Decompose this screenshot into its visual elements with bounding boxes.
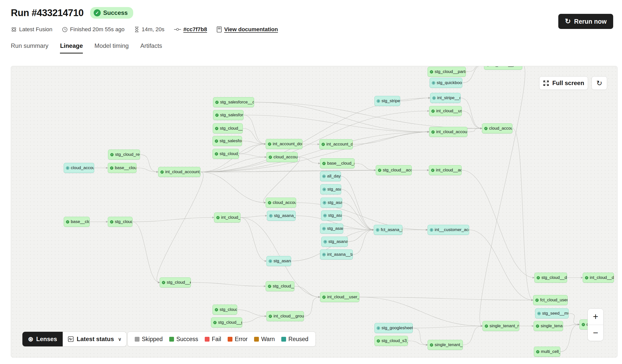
lineage-canvas[interactable]: ✓stg_salesforce__cloud_…✓stg_salesforce_… — [11, 66, 617, 357]
lineage-node[interactable]: int_stripe__custo… — [430, 93, 461, 103]
node-label: int_account_domain… — [273, 141, 302, 147]
lineage-node[interactable]: stg_googlesheets__sin… — [374, 323, 413, 333]
lineage-node[interactable]: stg_quickbooks__a… — [430, 78, 462, 88]
lineage-node[interactable]: ✓int_cloud_account_ma… — [429, 127, 467, 137]
lineage-node[interactable]: cloud_account… — [64, 163, 94, 173]
node-label: single_tenant_mapp… — [490, 323, 519, 329]
view-documentation-link[interactable]: View documentation — [224, 26, 278, 33]
lineage-node[interactable]: ✓single_tenant_mapp… — [482, 321, 519, 331]
legend-item-reused: Reused — [281, 336, 308, 343]
run-lineage-page: Run #433214710 ✓ Success ↻ Rerun now Lat… — [0, 0, 622, 364]
node-label: stg_cloud__group… — [218, 320, 242, 325]
node-label: stg_asana__tas… — [274, 213, 296, 218]
lineage-node[interactable]: ✓multi_cell_m… — [534, 347, 560, 357]
lineage-node[interactable]: ✓cloud_account_… — [266, 198, 296, 208]
lineage-node[interactable]: ✓stg_salesforce… — [213, 136, 242, 146]
success-status-icon: ✓ — [215, 152, 218, 156]
lineage-node[interactable]: ✓stg_cloud_s3_singl… — [374, 336, 408, 346]
lineage-node[interactable]: stg_asana__pr… — [321, 237, 348, 247]
lineage-node[interactable]: ✓int_cloud__user_ac… — [429, 106, 462, 116]
lineage-node[interactable]: ✓base__clou… — [64, 217, 90, 227]
lineage-node[interactable]: ✓base__cloud_… — [108, 163, 136, 173]
success-status-icon: ✓ — [162, 281, 165, 284]
lineage-node[interactable]: ✓int_cloud__partner_con… — [484, 66, 522, 70]
lineage-node[interactable]: ✓stg_cloud_… — [213, 305, 237, 315]
zoom-in-button[interactable]: + — [588, 309, 603, 325]
lineage-node[interactable]: ✓fct_cloud_user_acc… — [533, 295, 568, 305]
lineage-node[interactable]: int_asana__task_s… — [320, 249, 353, 260]
lineage-node[interactable]: ✓stg_cloud__partner_c… — [428, 67, 466, 77]
lineage-node[interactable]: ✓stg_cloud_region… — [108, 150, 140, 160]
lineage-node[interactable]: ✓int_cloud__us… — [214, 212, 240, 223]
lineage-node[interactable]: ✓cloud_account… — [482, 123, 512, 133]
lineage-node[interactable]: ✓stg_cloud_… — [108, 217, 132, 227]
lineage-node[interactable]: all_days — [320, 171, 341, 181]
status-badge: ✓ Success — [90, 7, 133, 19]
documentation-icon — [217, 26, 222, 32]
lineage-node[interactable]: ✓int_cloud__accoun… — [429, 165, 462, 175]
lineage-node[interactable]: ✓stg_cloud__us… — [213, 123, 243, 133]
tab-artifacts[interactable]: Artifacts — [140, 42, 162, 54]
tab-lineage[interactable]: Lineage — [60, 42, 83, 54]
node-label: stg_asana__… — [327, 226, 343, 231]
lineage-node[interactable]: fct_asana_proj… — [374, 225, 402, 235]
tab-model-timing[interactable]: Model timing — [94, 42, 129, 54]
lineage-node[interactable]: ✓int_cloud__devel… — [583, 273, 614, 283]
lineage-node[interactable]: ✓stg_cloud__email… — [160, 277, 191, 287]
reused-status-icon — [376, 228, 379, 232]
lineage-node[interactable]: stg_asana__… — [266, 256, 291, 266]
lineage-node[interactable]: ✓int_cloud__user_group… — [320, 292, 359, 302]
lineage-node[interactable]: stg_asana… — [320, 184, 341, 194]
node-label: stg_asana… — [327, 187, 341, 192]
lineage-node[interactable]: ✓stg_cloud__group… — [211, 317, 242, 327]
rerun-now-button[interactable]: ↻ Rerun now — [558, 14, 613, 29]
lenses-label: Lenses — [36, 336, 57, 343]
node-label: stg_cloud_… — [115, 219, 132, 224]
status-filter-dropdown[interactable]: Latest status ∨ — [63, 332, 127, 346]
node-label: stg_cloud__us… — [273, 284, 294, 289]
lineage-node[interactable]: ✓stg_salesforce__cloud_… — [213, 97, 254, 107]
node-label: stg_cloud_s3_singl… — [382, 338, 408, 343]
reused-status-icon — [430, 228, 433, 232]
legend-swatch — [254, 337, 259, 342]
lineage-node[interactable]: ✓int_cloud_account__m… — [158, 167, 200, 177]
lineage-node[interactable]: ✓int_cloud__group_per… — [266, 311, 304, 321]
lineage-node[interactable]: int__customer_account… — [428, 225, 469, 235]
lineage-node[interactable]: ✓stg_salesforce_… — [213, 110, 244, 120]
tabs: Run summary Lineage Model timing Artifac… — [11, 42, 162, 54]
lineage-node[interactable]: stg_asana__tas… — [267, 211, 296, 221]
lineage-node[interactable]: ✓stg_cloud__… — [213, 149, 239, 159]
success-status-icon: ✓ — [215, 127, 218, 130]
pulse-chart-icon — [68, 336, 74, 342]
node-label: int_cloud__user_ac… — [436, 108, 462, 114]
lineage-node[interactable]: ✓stg_cloud__us… — [266, 281, 294, 291]
zoom-out-button[interactable]: − — [588, 325, 603, 341]
lineage-node[interactable]: stg_asana__… — [320, 224, 343, 234]
lineage-node[interactable]: stg_asana_… — [321, 198, 342, 208]
lineage-node[interactable]: ✓single_tenant_… — [534, 321, 563, 331]
lineage-node[interactable]: ✓cloud_accounts_… — [266, 152, 298, 162]
lineage-node[interactable]: ✓int_account_dom… — [319, 139, 353, 149]
fusion-atom-icon — [11, 26, 17, 32]
expand-icon — [543, 80, 549, 86]
lenses-button[interactable]: ⊛ Lenses — [22, 332, 63, 346]
lineage-node[interactable]: ✓single_tenant_map… — [428, 340, 463, 350]
node-label: fct_asana_proj… — [381, 227, 402, 232]
lineage-node[interactable]: ✓base__cloud_acco… — [320, 158, 355, 168]
node-label: int_cloud__partner_con… — [491, 66, 522, 67]
lineage-node[interactable]: stg_seed__multireg… — [535, 308, 569, 318]
success-status-icon: ✓ — [213, 321, 217, 324]
canvas-refresh-button[interactable]: ↻ — [592, 76, 607, 90]
lineage-node[interactable]: ✓stg_cloud__devel… — [534, 273, 567, 283]
lineage-node[interactable]: ✓int_account_domain… — [266, 139, 302, 149]
full-screen-button[interactable]: Full screen — [539, 76, 588, 90]
node-label: stg_salesforce__cloud_… — [220, 100, 254, 105]
commit-link[interactable]: #cc7f7b8 — [183, 26, 207, 33]
tab-run-summary[interactable]: Run summary — [11, 42, 48, 54]
lineage-node[interactable]: stg_asana… — [321, 210, 342, 221]
legend-swatch — [205, 337, 210, 342]
lineage-node[interactable]: stg_stripe__c… — [374, 96, 400, 106]
chevron-down-icon: ∨ — [118, 336, 122, 342]
duration-meta: 14m, 20s — [134, 26, 165, 33]
lineage-node[interactable]: ✓stg_cloud__accounts… — [376, 165, 412, 175]
